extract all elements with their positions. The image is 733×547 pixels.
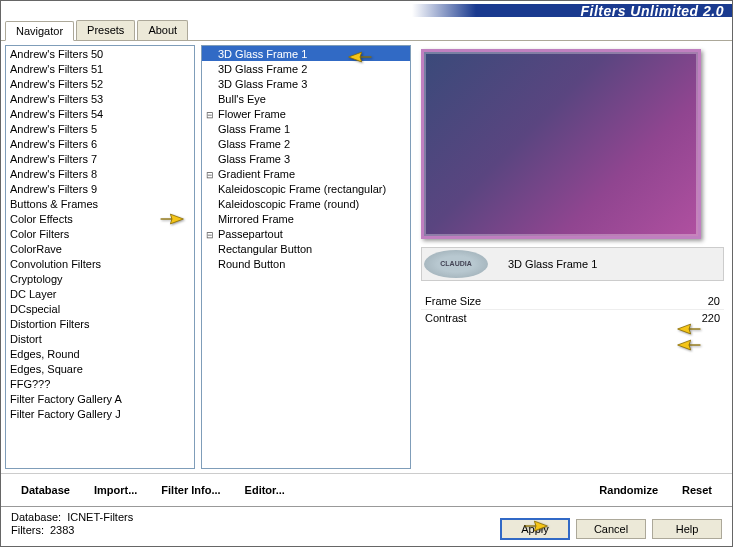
category-item[interactable]: Filter Factory Gallery J bbox=[6, 406, 194, 421]
category-item[interactable]: Andrew's Filters 9 bbox=[6, 181, 194, 196]
param-name: Contrast bbox=[425, 312, 467, 324]
main-panel: Andrew's Filters 50Andrew's Filters 51An… bbox=[1, 41, 732, 473]
tab-bar: Navigator Presets About bbox=[1, 20, 732, 41]
category-item[interactable]: FFG??? bbox=[6, 376, 194, 391]
filter-info-button[interactable]: Filter Info... bbox=[153, 480, 228, 500]
current-filter-name: 3D Glass Frame 1 bbox=[508, 258, 597, 270]
category-item[interactable]: Andrew's Filters 5 bbox=[6, 121, 194, 136]
filter-item[interactable]: Kaleidoscopic Frame (round) bbox=[202, 196, 410, 211]
param-name: Frame Size bbox=[425, 295, 481, 307]
param-value: 220 bbox=[702, 312, 720, 324]
category-item[interactable]: Edges, Square bbox=[6, 361, 194, 376]
filter-item[interactable]: Round Button bbox=[202, 256, 410, 271]
reset-button[interactable]: Reset bbox=[674, 480, 720, 500]
category-item[interactable]: Color Effects bbox=[6, 211, 194, 226]
logo-badge: CLAUDIA bbox=[424, 250, 488, 278]
tab-navigator[interactable]: Navigator bbox=[5, 21, 74, 41]
filter-name-row: CLAUDIA 3D Glass Frame 1 bbox=[421, 247, 724, 281]
filter-item[interactable]: Glass Frame 3 bbox=[202, 151, 410, 166]
filter-item[interactable]: 3D Glass Frame 1 bbox=[202, 46, 410, 61]
filter-item[interactable]: Rectangular Button bbox=[202, 241, 410, 256]
category-item[interactable]: Cryptology bbox=[6, 271, 194, 286]
filter-item[interactable]: Passepartout bbox=[202, 226, 410, 241]
status-db-value: ICNET-Filters bbox=[67, 511, 133, 523]
category-item[interactable]: DCspecial bbox=[6, 301, 194, 316]
filter-item[interactable]: Mirrored Frame bbox=[202, 211, 410, 226]
param-value: 20 bbox=[708, 295, 720, 307]
status-filters-value: 2383 bbox=[50, 524, 74, 536]
category-item[interactable]: Andrew's Filters 6 bbox=[6, 136, 194, 151]
help-button[interactable]: Help bbox=[652, 519, 722, 539]
filter-item[interactable]: Flower Frame bbox=[202, 106, 410, 121]
filter-item[interactable]: Gradient Frame bbox=[202, 166, 410, 181]
category-item[interactable]: Andrew's Filters 8 bbox=[6, 166, 194, 181]
import-button[interactable]: Import... bbox=[86, 480, 145, 500]
randomize-button[interactable]: Randomize bbox=[591, 480, 666, 500]
category-item[interactable]: Distortion Filters bbox=[6, 316, 194, 331]
tab-about[interactable]: About bbox=[137, 20, 188, 40]
category-item[interactable]: DC Layer bbox=[6, 286, 194, 301]
cancel-button[interactable]: Cancel bbox=[576, 519, 646, 539]
category-item[interactable]: Andrew's Filters 54 bbox=[6, 106, 194, 121]
param-row[interactable]: Frame Size20 bbox=[421, 293, 724, 309]
category-item[interactable]: Filter Factory Gallery A bbox=[6, 391, 194, 406]
category-list[interactable]: Andrew's Filters 50Andrew's Filters 51An… bbox=[5, 45, 195, 469]
category-item[interactable]: Distort bbox=[6, 331, 194, 346]
category-item[interactable]: Edges, Round bbox=[6, 346, 194, 361]
status-filters-label: Filters: bbox=[11, 524, 44, 536]
dialog-button-bar: Apply Cancel Help bbox=[500, 518, 722, 540]
apply-button[interactable]: Apply bbox=[500, 518, 570, 540]
parameter-table: Frame Size20Contrast220 bbox=[421, 293, 724, 326]
filter-item[interactable]: Glass Frame 1 bbox=[202, 121, 410, 136]
filter-item[interactable]: Glass Frame 2 bbox=[202, 136, 410, 151]
app-title: Filters Unlimited 2.0 bbox=[580, 3, 724, 19]
filter-item[interactable]: Kaleidoscopic Frame (rectangular) bbox=[202, 181, 410, 196]
category-item[interactable]: Andrew's Filters 52 bbox=[6, 76, 194, 91]
filter-item[interactable]: 3D Glass Frame 2 bbox=[202, 61, 410, 76]
tab-presets[interactable]: Presets bbox=[76, 20, 135, 40]
param-row[interactable]: Contrast220 bbox=[421, 309, 724, 326]
category-item[interactable]: Convolution Filters bbox=[6, 256, 194, 271]
header: Filters Unlimited 2.0 bbox=[1, 1, 732, 20]
category-item[interactable]: ColorRave bbox=[6, 241, 194, 256]
category-item[interactable]: Andrew's Filters 50 bbox=[6, 46, 194, 61]
category-item[interactable]: Buttons & Frames bbox=[6, 196, 194, 211]
preview-area: CLAUDIA 3D Glass Frame 1 Frame Size20Con… bbox=[417, 45, 728, 469]
database-button[interactable]: Database bbox=[13, 480, 78, 500]
category-item[interactable]: Andrew's Filters 51 bbox=[6, 61, 194, 76]
bottom-button-bar: Database Import... Filter Info... Editor… bbox=[1, 473, 732, 506]
category-item[interactable]: Color Filters bbox=[6, 226, 194, 241]
filter-item[interactable]: Bull's Eye bbox=[202, 91, 410, 106]
preview-image bbox=[421, 49, 701, 239]
category-item[interactable]: Andrew's Filters 7 bbox=[6, 151, 194, 166]
filter-list[interactable]: 3D Glass Frame 13D Glass Frame 23D Glass… bbox=[201, 45, 411, 469]
category-item[interactable]: Andrew's Filters 53 bbox=[6, 91, 194, 106]
status-db-label: Database: bbox=[11, 511, 61, 523]
filter-item[interactable]: 3D Glass Frame 3 bbox=[202, 76, 410, 91]
editor-button[interactable]: Editor... bbox=[237, 480, 293, 500]
